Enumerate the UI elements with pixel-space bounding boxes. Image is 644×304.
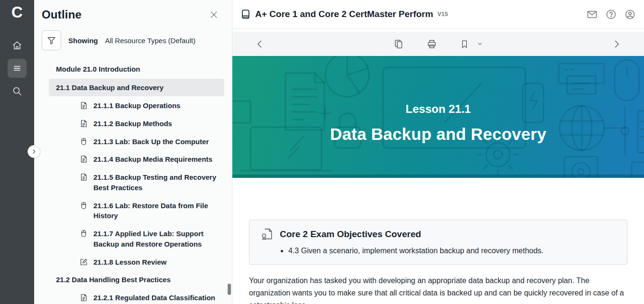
close-outline-button[interactable] [207, 8, 221, 21]
help-button[interactable] [606, 9, 616, 20]
bookmark-menu-button[interactable] [477, 41, 483, 47]
outline-item[interactable]: 21.1.1 Backup Operations [34, 97, 232, 115]
account-button[interactable] [625, 9, 635, 20]
outline-title: Outline [42, 8, 82, 21]
filter-value: All Resource Types (Default) [105, 37, 196, 45]
outline-item-label: 21.1.2 Backup Methods [93, 119, 172, 129]
exam-objectives-box: Core 2 Exam Objectives Covered 4.3 Given… [249, 220, 627, 265]
previous-page-button[interactable] [255, 39, 265, 49]
rail-nav [8, 36, 27, 101]
outline-item-label: 21.1.3 Lab: Back Up the Computer [93, 137, 209, 147]
lesson-number: Lesson 21.1 [330, 102, 546, 116]
outline-list-icon [12, 63, 22, 74]
outline-module-header[interactable]: 21.2 Data Handling Best Practices [34, 271, 232, 289]
mail-icon [587, 9, 598, 20]
course-topbar: A+ Core 1 and Core 2 CertMaster Perform … [232, 0, 644, 29]
close-icon [209, 10, 219, 19]
bookmark-icon [460, 39, 469, 49]
outline-header: Outline [34, 0, 232, 21]
objective-item: 4.3 Given a scenario, implement workstat… [288, 246, 617, 256]
outline-toggle-button[interactable] [8, 59, 27, 78]
outline-item-label: 21.1.8 Lesson Review [93, 257, 166, 267]
outline-item-label: 21.1.5 Backup Testing and Recovery Best … [93, 172, 218, 193]
filter-icon [46, 36, 56, 46]
bookmark-group [460, 39, 483, 49]
outline-module-header[interactable]: Module 21.0 Introduction [34, 60, 232, 78]
outline-item[interactable]: 21.1.3 Lab: Back Up the Computer [34, 133, 232, 151]
document-icon [80, 155, 88, 163]
lab-mouse-icon [80, 138, 88, 146]
reader-toolbar [232, 32, 644, 56]
messages-button[interactable] [587, 9, 598, 20]
outline-item[interactable]: 21.1.8 Lesson Review [34, 253, 232, 271]
help-icon [606, 9, 616, 20]
lesson-title: Data Backup and Recovery [330, 125, 546, 144]
outline-list: Module 21.0 Introduction 21.1 Data Backu… [34, 60, 232, 304]
lesson-body: Core 2 Exam Objectives Covered 4.3 Given… [232, 178, 644, 304]
home-icon [12, 40, 22, 51]
document-icon [80, 173, 88, 181]
outline-item-label: 21.1.4 Backup Media Requirements [93, 154, 212, 165]
showing-label: Showing [68, 37, 98, 45]
outline-item[interactable]: 21.1.4 Backup Media Requirements [34, 150, 232, 168]
lab-mouse-icon [80, 230, 88, 238]
lesson-intro-paragraph: Your organization has tasked you with de… [249, 275, 626, 304]
course-version-badge: V15 [437, 11, 448, 18]
edit-icon [80, 258, 88, 266]
expand-chevron-icon [31, 148, 37, 155]
main-content: A+ Core 1 and Core 2 CertMaster Perform … [232, 0, 644, 304]
filter-button[interactable] [42, 30, 61, 50]
search-button[interactable] [8, 82, 27, 101]
outline-item[interactable]: 21.2.1 Regulated Data Classification [34, 289, 232, 304]
outline-item-label: 21.1.7 Applied Live Lab: Support Backup … [93, 229, 218, 249]
course-title-group: A+ Core 1 and Core 2 CertMaster Perform … [240, 9, 587, 19]
panel-expand-button[interactable] [28, 145, 40, 158]
next-page-button[interactable] [611, 39, 622, 49]
document-icon [80, 294, 88, 302]
outline-scrollbar-thumb[interactable] [228, 284, 231, 295]
toolbar-center-group [394, 39, 483, 49]
outline-item[interactable]: 21.1.6 Lab: Restore Data from File Histo… [34, 197, 232, 225]
brand-logo: C [11, 4, 23, 20]
chevron-down-icon [477, 41, 483, 47]
objectives-list: 4.3 Given a scenario, implement workstat… [288, 246, 617, 256]
copy-button[interactable] [394, 39, 404, 49]
document-icon [80, 101, 88, 110]
copy-icon [394, 39, 404, 49]
document-icon [80, 120, 88, 128]
filter-row: Showing All Resource Types (Default) [34, 21, 232, 50]
print-button[interactable] [427, 39, 437, 49]
objectives-header: Core 2 Exam Objectives Covered [261, 228, 617, 240]
account-icon [625, 9, 635, 20]
outline-item[interactable]: 21.1.7 Applied Live Lab: Support Backup … [34, 225, 232, 253]
home-button[interactable] [8, 36, 27, 55]
outline-item[interactable]: 21.1.2 Backup Methods [34, 115, 232, 133]
book-icon [240, 9, 251, 19]
search-icon [12, 86, 22, 96]
objectives-heading: Core 2 Exam Objectives Covered [280, 229, 421, 240]
outline-item-label: 21.1.6 Lab: Restore Data from File Histo… [93, 201, 218, 221]
chevron-right-icon [611, 39, 622, 49]
outline-item-label: 21.2.1 Regulated Data Classification [93, 293, 215, 303]
hero-text: Lesson 21.1 Data Backup and Recovery [330, 90, 546, 144]
lesson-hero-banner: Lesson 21.1 Data Backup and Recovery [232, 56, 644, 178]
certificate-icon [261, 228, 274, 240]
outline-item-label: 21.1.1 Backup Operations [93, 101, 180, 111]
topbar-actions [587, 9, 635, 20]
chevron-left-icon [255, 39, 265, 49]
lab-mouse-icon [80, 202, 88, 210]
outline-panel: Outline Showing All Resource Types (Defa… [34, 0, 232, 304]
outline-item-lesson-selected[interactable]: 21.1 Data Backup and Recovery [49, 79, 224, 97]
app-window: C Outline [0, 0, 644, 304]
course-title: A+ Core 1 and Core 2 CertMaster Perform [255, 9, 433, 19]
print-icon [427, 39, 437, 49]
bookmark-button[interactable] [460, 39, 469, 49]
outline-item[interactable]: 21.1.5 Backup Testing and Recovery Best … [34, 168, 232, 197]
